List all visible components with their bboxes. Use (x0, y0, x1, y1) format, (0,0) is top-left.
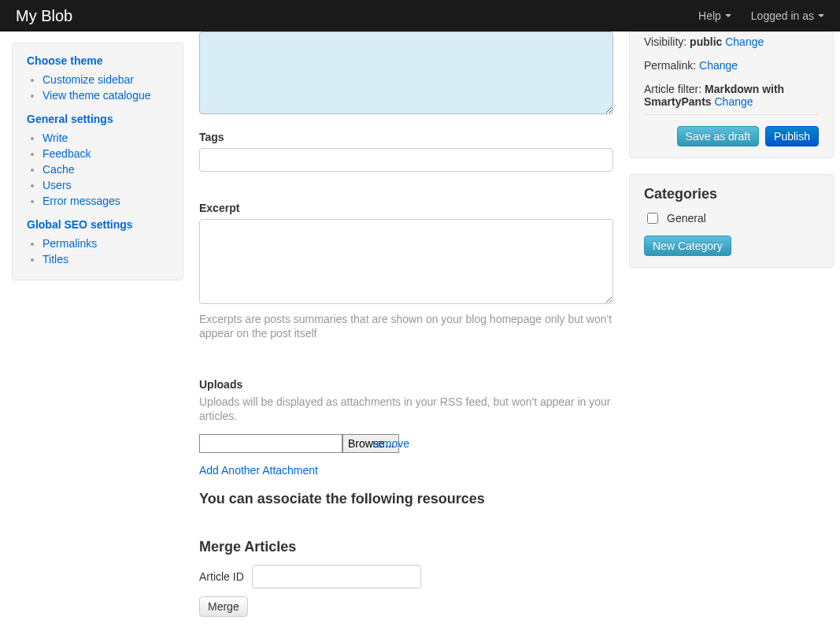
user-menu[interactable]: Logged in as (751, 0, 824, 32)
sidebar-item: Write (43, 132, 168, 144)
sidebar-link-feedback[interactable]: Feedback (43, 147, 91, 160)
sidebar-item: Titles (43, 253, 168, 265)
help-menu[interactable]: Help (698, 0, 731, 32)
uploads-label: Uploads (199, 378, 613, 391)
uploads-help: Uploads will be displayed as attachments… (199, 395, 613, 423)
associate-resources-heading: You can associate the following resource… (199, 491, 613, 507)
sidebar-item: Users (43, 179, 168, 191)
merge-articles-heading: Merge Articles (199, 539, 613, 555)
tags-label: Tags (199, 131, 613, 143)
publish-button[interactable]: Publish (765, 126, 819, 147)
sidebar-link-cache[interactable]: Cache (43, 163, 74, 176)
publish-panel: Visibility: public Change Permalink: Cha… (629, 32, 834, 158)
visibility-change-link[interactable]: Change (725, 35, 764, 48)
main-editor-column: Tags Excerpt Excerpts are posts summarie… (199, 32, 613, 617)
article-id-label: Article ID (199, 570, 244, 583)
brand-link[interactable]: My Blob (16, 0, 72, 32)
article-filter-label: Article filter: (644, 83, 701, 95)
help-label: Help (698, 0, 721, 32)
category-row-general[interactable]: General (644, 210, 819, 226)
tags-input[interactable] (199, 148, 613, 172)
chevron-down-icon (725, 14, 731, 17)
chevron-down-icon (818, 14, 824, 17)
categories-heading: Categories (644, 186, 819, 202)
add-attachment-link[interactable]: Add Another Attachment (199, 464, 318, 477)
new-category-button[interactable]: New Category (644, 236, 731, 256)
sidebar-item: Cache (43, 163, 168, 176)
sidebar-link-users[interactable]: Users (43, 179, 72, 191)
excerpt-help: Excerpts are posts summaries that are sh… (199, 313, 613, 340)
filter-change-link[interactable]: Change (714, 95, 753, 108)
sidebar-item: Error messages (43, 195, 168, 207)
navheader-general: General settings (27, 113, 168, 125)
excerpt-label: Excerpt (199, 202, 613, 214)
sidebar-link-titles[interactable]: Titles (43, 253, 68, 265)
navheader-theme: Choose theme (27, 54, 168, 67)
permalink-change-link[interactable]: Change (699, 59, 738, 72)
permalink-label: Permalink: (644, 59, 696, 72)
remove-attachment-link[interactable]: remove (372, 437, 409, 450)
save-draft-button[interactable]: Save as draft (677, 126, 760, 147)
sidebar-link-customize-sidebar[interactable]: Customize sidebar (43, 73, 134, 86)
merge-button[interactable]: Merge (199, 596, 248, 617)
top-navbar: My Blob Help Logged in as (0, 0, 840, 32)
article-id-input[interactable] (252, 565, 421, 588)
categories-panel: Categories General New Category (629, 174, 834, 268)
upload-filename-field[interactable] (199, 434, 342, 453)
logged-in-label: Logged in as (751, 0, 814, 32)
body-editor[interactable] (199, 32, 613, 114)
right-column: Visibility: public Change Permalink: Cha… (629, 32, 834, 284)
sidebar-link-view-theme-catalogue[interactable]: View theme catalogue (43, 89, 151, 102)
visibility-value: public (690, 35, 722, 48)
excerpt-textarea[interactable] (199, 219, 613, 304)
sidebar-link-write[interactable]: Write (43, 132, 68, 144)
sidebar-item: View theme catalogue (43, 89, 168, 102)
sidebar-item: Permalinks (43, 237, 168, 250)
sidebar-item: Feedback (43, 147, 168, 160)
sidebar-link-error-messages[interactable]: Error messages (43, 195, 120, 207)
sidebar-link-permalinks[interactable]: Permalinks (43, 237, 97, 250)
visibility-label: Visibility: (644, 35, 686, 48)
category-checkbox-general[interactable] (647, 213, 658, 224)
navheader-seo: Global SEO settings (27, 218, 168, 231)
sidebar-nav: Choose theme Customize sidebar View them… (12, 43, 183, 280)
category-label: General (667, 212, 706, 225)
sidebar-item: Customize sidebar (43, 73, 168, 86)
